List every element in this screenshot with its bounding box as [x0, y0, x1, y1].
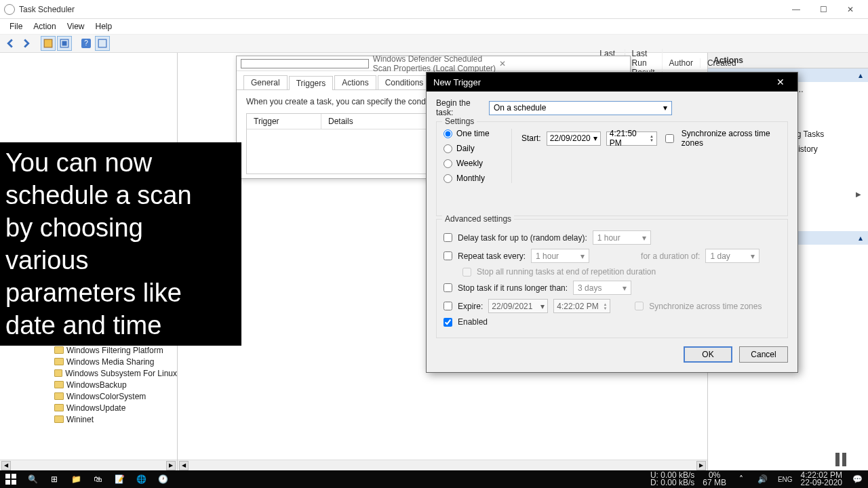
enabled-label: Enabled: [458, 317, 488, 327]
language-indicator[interactable]: ENG: [774, 476, 797, 483]
close-button[interactable]: ✕: [837, 2, 864, 17]
toolbar-btn-3[interactable]: [95, 36, 110, 51]
ok-button[interactable]: OK: [684, 346, 732, 363]
folder-icon: [54, 404, 64, 411]
sync-tz-checkbox[interactable]: [665, 134, 674, 143]
settings-legend: Settings: [442, 117, 477, 126]
expire-sync-checkbox: [635, 302, 644, 310]
tab-actions[interactable]: Actions: [334, 75, 376, 89]
menu-view[interactable]: View: [62, 20, 90, 33]
stopall-checkbox: [462, 268, 471, 277]
repeat-label: Repeat task every:: [458, 251, 526, 261]
radio-weekly[interactable]: Weekly: [443, 159, 505, 168]
start-time-input[interactable]: 4:21:50 PM▲▼: [606, 131, 657, 146]
tray-volume[interactable]: 🔊: [752, 470, 774, 488]
enabled-checkbox[interactable]: [443, 318, 452, 327]
tree-item[interactable]: WindowsBackup: [0, 379, 177, 390]
duration-combo[interactable]: 1 day▾: [705, 249, 760, 263]
notepad-icon[interactable]: 📝: [108, 470, 130, 488]
menu-action[interactable]: Action: [28, 20, 61, 33]
tab-conditions[interactable]: Conditions: [378, 75, 431, 89]
tab-triggers[interactable]: Triggers: [289, 76, 334, 90]
instruction-overlay: You can now schedule a scan by choosing …: [0, 142, 241, 346]
nt-close-button[interactable]: ✕: [770, 77, 791, 87]
toolbar: ?: [0, 34, 868, 53]
begin-task-combo[interactable]: On a schedule▾: [489, 101, 672, 115]
forward-button[interactable]: [19, 36, 34, 51]
menu-file[interactable]: File: [4, 20, 28, 33]
col-trigger[interactable]: Trigger: [247, 114, 321, 129]
folder-icon: [54, 415, 64, 423]
expire-time-input[interactable]: 4:22:02 PM▲▼: [553, 299, 610, 313]
store-icon[interactable]: 🛍: [87, 470, 108, 488]
folder-icon: [54, 392, 64, 400]
repeat-checkbox[interactable]: [443, 251, 452, 260]
net-total: 0%67 MB: [698, 472, 730, 487]
svg-rect-5: [12, 474, 16, 479]
delay-checkbox[interactable]: [443, 233, 452, 242]
net-speed: U: 0.00 kB/sD: 0.00 kB/s: [646, 472, 698, 487]
tree-item[interactable]: WindowsUpdate: [0, 402, 177, 413]
sync-tz-label: Synchronize across time zones: [682, 129, 781, 148]
stopall-label: Stop all running tasks at end of repetit…: [477, 267, 656, 277]
start-button[interactable]: [0, 470, 22, 488]
folder-icon: [54, 346, 64, 354]
tree-item[interactable]: Windows Filtering Platform: [0, 344, 177, 356]
stopif-checkbox[interactable]: [443, 283, 452, 292]
svg-rect-4: [5, 474, 10, 479]
nt-dialog-title: New Trigger: [433, 77, 770, 87]
tree-item[interactable]: Wininet: [0, 413, 177, 425]
expire-label: Expire:: [458, 302, 483, 311]
svg-rect-6: [5, 480, 10, 485]
new-trigger-dialog: New Trigger ✕ Begin the task: On a sched…: [426, 72, 798, 373]
explorer-icon[interactable]: 📁: [65, 470, 87, 488]
folder-icon: [54, 381, 64, 388]
window-title: Task Scheduler: [19, 5, 783, 14]
window-titlebar: Task Scheduler — ☐ ✕: [0, 0, 868, 19]
clock[interactable]: 4:22:02 PM22-09-2020: [797, 472, 846, 487]
tray-chevron[interactable]: ˄: [730, 470, 752, 488]
tree-item[interactable]: Windows Subsystem For Linux: [0, 367, 177, 379]
tree-item[interactable]: Windows Media Sharing: [0, 356, 177, 367]
toolbar-btn-1[interactable]: [41, 36, 56, 51]
stopif-combo[interactable]: 3 days▾: [573, 281, 631, 295]
svg-rect-3: [98, 39, 106, 47]
clock-icon[interactable]: 🕐: [152, 470, 174, 488]
edge-icon[interactable]: 🌐: [130, 470, 152, 488]
hscroll[interactable]: ◀▶: [0, 460, 177, 470]
back-button[interactable]: [3, 36, 18, 51]
tree-item[interactable]: WindowsColorSystem: [0, 390, 177, 402]
expire-checkbox[interactable]: [443, 302, 452, 310]
pause-icon: [835, 453, 846, 466]
advanced-legend: Advanced settings: [442, 214, 514, 224]
radio-daily[interactable]: Daily: [443, 144, 505, 153]
toolbar-btn-2[interactable]: [57, 36, 72, 51]
radio-monthly[interactable]: Monthly: [443, 174, 505, 183]
delay-combo[interactable]: 1 hour▾: [593, 230, 651, 245]
taskview-icon[interactable]: ⊞: [43, 470, 65, 488]
svg-rect-7: [12, 480, 16, 485]
expire-date-input[interactable]: 22/09/2021▾: [488, 299, 548, 313]
radio-onetime[interactable]: One time: [443, 129, 505, 138]
main-pane: ne Last Run Time Last Run Result Author …: [178, 53, 708, 470]
cancel-button[interactable]: Cancel: [739, 346, 788, 363]
dialog-close-button[interactable]: ✕: [499, 59, 626, 68]
notification-icon[interactable]: 💬: [846, 470, 868, 488]
minimize-button[interactable]: —: [783, 2, 810, 17]
maximize-button[interactable]: ☐: [810, 2, 837, 17]
begin-task-label: Begin the task:: [436, 98, 489, 117]
search-icon[interactable]: 🔍: [22, 470, 43, 488]
delay-label: Delay task for up to (random delay):: [458, 233, 587, 243]
repeat-combo[interactable]: 1 hour▾: [531, 249, 589, 263]
taskbar: 🔍 ⊞ 📁 🛍 📝 🌐 🕐 U: 0.00 kB/sD: 0.00 kB/s 0…: [0, 470, 868, 488]
tab-general[interactable]: General: [243, 75, 288, 89]
menu-help[interactable]: Help: [90, 20, 118, 33]
folder-icon: [54, 369, 62, 377]
svg-rect-0: [44, 39, 52, 47]
app-icon: [4, 4, 15, 15]
hscroll-mid[interactable]: ◀▶: [178, 460, 707, 470]
start-date-input[interactable]: 22/09/2020▾: [547, 131, 601, 146]
start-label: Start:: [521, 134, 541, 143]
expire-sync-label: Synchronize across time zones: [649, 302, 762, 311]
help-button[interactable]: ?: [79, 36, 94, 51]
